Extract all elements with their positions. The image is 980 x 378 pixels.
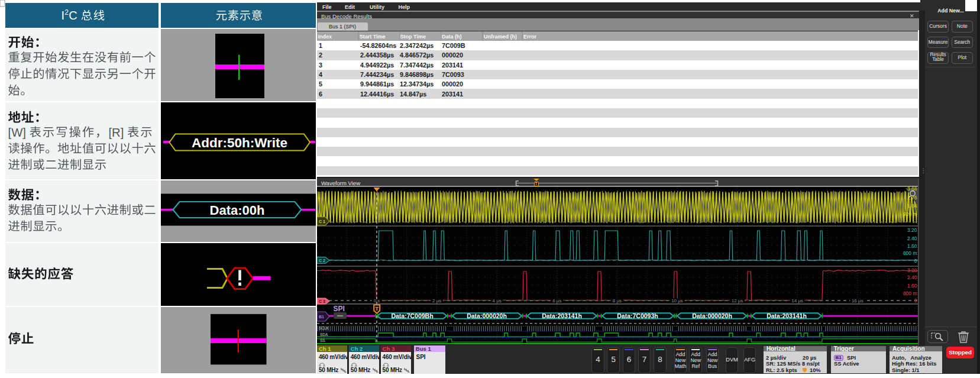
svg-text:SCLK: SCLK — [319, 326, 329, 330]
svg-text:Addr:50h:Write: Addr:50h:Write — [192, 135, 287, 150]
svg-text:Data:7C0093h: Data:7C0093h — [617, 312, 658, 319]
svg-text:10 µs: 10 µs — [671, 298, 683, 303]
svg-text:Data:203141h: Data:203141h — [766, 312, 807, 319]
svg-text:B1: B1 — [319, 315, 324, 319]
svg-text:8 µs: 8 µs — [613, 298, 622, 303]
svg-text:Data:000020h: Data:000020h — [467, 312, 507, 319]
svg-text:C 1: C 1 — [319, 219, 325, 224]
svg-text:920 m: 920 m — [903, 211, 917, 217]
svg-text:16 µs: 16 µs — [852, 298, 863, 303]
svg-text:3.20: 3.20 — [907, 267, 917, 273]
svg-text:6 µs: 6 µs — [552, 298, 561, 303]
svg-text:14 µs: 14 µs — [791, 298, 803, 303]
svg-text:1.60: 1.60 — [907, 283, 917, 289]
svg-text:1.84: 1.84 — [907, 203, 917, 209]
svg-text:[R]: [R] — [108, 126, 124, 139]
svg-text:C 2: C 2 — [319, 259, 325, 263]
svg-text:800 m: 800 m — [903, 290, 917, 296]
svg-text:2.40: 2.40 — [907, 235, 917, 241]
svg-text:3.20: 3.20 — [907, 227, 917, 233]
svg-text:0: 0 — [914, 258, 917, 264]
svg-text:Data:7C009Bh: Data:7C009Bh — [391, 312, 433, 319]
svg-text:SPI: SPI — [334, 305, 345, 313]
svg-text:2 µs: 2 µs — [432, 298, 441, 303]
svg-text:1.60: 1.60 — [907, 243, 917, 249]
svg-text:4 µs: 4 µs — [493, 298, 502, 303]
svg-text:Data:000020h: Data:000020h — [692, 312, 732, 319]
svg-text:Data:203141h: Data:203141h — [542, 312, 582, 319]
svg-text:[W]: [W] — [8, 126, 26, 139]
svg-text:0: 0 — [914, 298, 917, 303]
svg-text:Data:00h: Data:00h — [210, 203, 265, 218]
svg-text:C: C — [69, 9, 77, 22]
svg-text:12 µs: 12 µs — [732, 298, 743, 303]
svg-text:SS: SS — [320, 338, 325, 343]
svg-text:C 3: C 3 — [319, 299, 325, 303]
svg-text:2.40: 2.40 — [907, 274, 917, 280]
svg-text:T: T — [375, 305, 379, 312]
svg-text:SDA: SDA — [320, 332, 328, 337]
svg-text:800 m: 800 m — [903, 250, 917, 256]
svg-text:2: 2 — [64, 8, 69, 17]
svg-text:2.76: 2.76 — [907, 195, 917, 201]
svg-text:3.68: 3.68 — [907, 187, 917, 192]
